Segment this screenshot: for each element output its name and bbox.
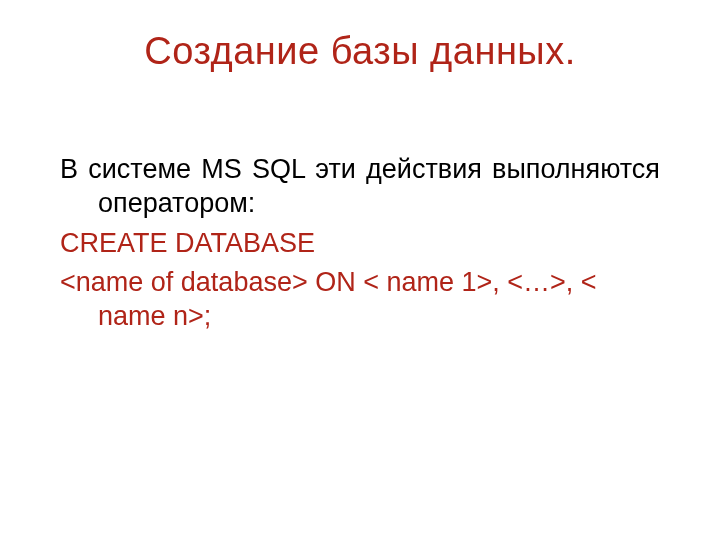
sql-statement-line-1: CREATE DATABASE: [60, 227, 660, 261]
slide-title: Создание базы данных.: [60, 30, 660, 73]
sql-statement-line-2: <name of database> ON < name 1>, <…>, < …: [60, 266, 660, 334]
intro-text: В системе MS SQL эти действия выполняютс…: [60, 153, 660, 221]
slide-body: В системе MS SQL эти действия выполняютс…: [60, 153, 660, 334]
slide: Создание базы данных. В системе MS SQL э…: [0, 0, 720, 540]
